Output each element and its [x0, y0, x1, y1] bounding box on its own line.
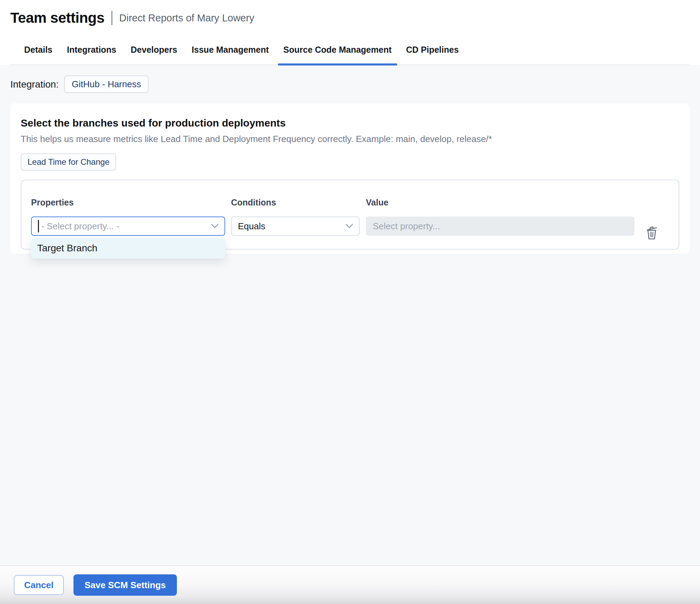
active-tab-indicator: [278, 63, 397, 66]
lead-time-chip[interactable]: Lead Time for Change: [21, 153, 116, 171]
tab-label: Integrations: [67, 45, 116, 54]
property-select-placeholder: - Select property... -: [41, 221, 119, 232]
properties-column: Properties - Select property... - Target…: [31, 198, 225, 236]
conditions-label: Conditions: [231, 198, 360, 208]
cancel-button[interactable]: Cancel: [14, 575, 64, 595]
condition-select-value: Equals: [238, 221, 266, 232]
tab-source-code-management[interactable]: Source Code Management: [278, 38, 397, 64]
main-content: Integration: GitHub - Harness Select the…: [0, 65, 700, 565]
property-select-wrap: - Select property... - Target Branch: [31, 217, 225, 236]
tab-cd-pipelines[interactable]: CD Pipelines: [401, 38, 464, 64]
value-label: Value: [366, 198, 634, 208]
property-select[interactable]: - Select property... -: [31, 217, 225, 236]
save-scm-settings-button[interactable]: Save SCM Settings: [73, 574, 177, 596]
tab-label: Details: [24, 45, 52, 54]
chevron-down-icon: [345, 223, 353, 229]
integration-label: Integration:: [10, 79, 59, 90]
rule-panel: Properties - Select property... - Target…: [21, 180, 679, 250]
integration-row: Integration: GitHub - Harness: [10, 76, 690, 93]
value-column: Value: [366, 198, 634, 236]
delete-rule-button[interactable]: [643, 225, 660, 242]
value-input[interactable]: [366, 217, 634, 236]
integration-chip[interactable]: GitHub - Harness: [64, 76, 149, 93]
tab-label: Developers: [131, 45, 177, 54]
card-title: Select the branches used for production …: [21, 117, 679, 129]
tab-integrations[interactable]: Integrations: [61, 38, 122, 64]
tab-label: Source Code Management: [283, 45, 392, 54]
title-separator: [111, 11, 112, 25]
footer-bar: Cancel Save SCM Settings: [0, 565, 700, 604]
chevron-down-icon: [211, 223, 219, 229]
page-subtitle: Direct Reports of Mary Lowery: [119, 12, 254, 24]
conditions-column: Conditions Equals: [231, 198, 360, 236]
page-title: Team settings: [10, 10, 104, 26]
properties-label: Properties: [31, 198, 225, 208]
condition-select[interactable]: Equals: [231, 217, 360, 236]
page-header: Team settings Direct Reports of Mary Low…: [0, 0, 700, 65]
tab-bar: Details Integrations Developers Issue Ma…: [10, 38, 690, 65]
trash-column: [634, 225, 669, 242]
tab-developers[interactable]: Developers: [125, 38, 183, 64]
tab-details[interactable]: Details: [19, 38, 58, 64]
card-subtitle: This helps us measure metrics like Lead …: [21, 134, 679, 144]
branches-card: Select the branches used for production …: [10, 103, 690, 254]
tab-label: Issue Management: [192, 45, 269, 54]
title-row: Team settings Direct Reports of Mary Low…: [10, 10, 690, 26]
property-dropdown: Target Branch: [31, 238, 225, 259]
text-cursor: [38, 220, 39, 232]
dropdown-option-target-branch[interactable]: Target Branch: [31, 238, 225, 259]
tab-issue-management[interactable]: Issue Management: [186, 38, 274, 64]
rule-row: Properties - Select property... - Target…: [31, 198, 669, 242]
trash-icon: [646, 226, 658, 241]
tab-label: CD Pipelines: [406, 45, 459, 54]
